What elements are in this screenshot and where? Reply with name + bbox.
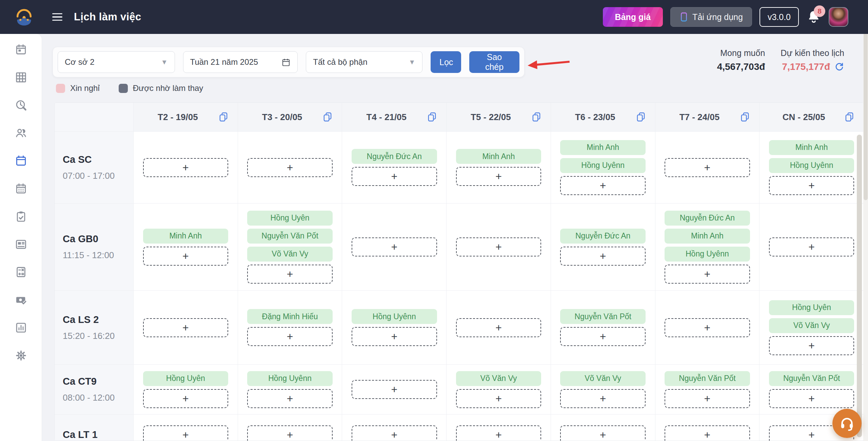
add-assignment-button[interactable]: + [665, 158, 750, 177]
add-assignment-button[interactable]: + [247, 425, 333, 441]
download-app-button[interactable]: Tải ứng dụng [670, 7, 752, 27]
sidebar-item-booking-calendar[interactable] [15, 43, 27, 56]
department-select-value: Tất cả bộ phận [313, 57, 367, 67]
add-assignment-button[interactable]: + [665, 265, 750, 284]
sidebar-item-tasks-clipboard[interactable] [15, 210, 27, 223]
week-picker-input[interactable]: Tuần 21 năm 2025 [183, 51, 298, 73]
copy-day-icon[interactable] [427, 112, 437, 122]
employee-chip[interactable]: Võ Văn Vy [456, 371, 541, 386]
sidebar-item-grid[interactable] [15, 71, 27, 83]
employee-chip[interactable]: Nguyễn Đức An [665, 211, 750, 226]
add-assignment-button[interactable]: + [456, 237, 541, 256]
add-assignment-button[interactable]: + [769, 176, 854, 195]
copy-day-icon[interactable] [635, 112, 646, 122]
add-assignment-button[interactable]: + [665, 389, 750, 408]
add-assignment-button[interactable]: + [456, 389, 541, 408]
add-assignment-button[interactable]: + [665, 318, 750, 337]
sidebar-item-payroll[interactable] [15, 294, 27, 306]
employee-chip[interactable]: Hồng Uyên [143, 371, 228, 386]
add-assignment-button[interactable]: + [456, 167, 541, 186]
employee-chip[interactable]: Nguyễn Văn Pốt [665, 371, 750, 386]
add-assignment-button[interactable]: + [560, 176, 646, 195]
sidebar-item-reports-chart[interactable] [15, 322, 27, 334]
day-column-header: T7 - 24/05 [655, 103, 760, 131]
employee-chip[interactable]: Hồng Uyênn [247, 371, 333, 386]
employee-chip[interactable]: Nguyễn Đức An [560, 229, 646, 244]
employee-chip[interactable]: Nguyễn Văn Pốt [247, 229, 333, 244]
pricing-button[interactable]: Bảng giá [603, 7, 663, 27]
employee-chip[interactable]: Hồng Uyênn [560, 158, 646, 173]
employee-chip[interactable]: Minh Anh [560, 140, 646, 155]
employee-chip[interactable]: Minh Anh [143, 229, 228, 244]
sidebar-item-news[interactable] [15, 238, 27, 250]
employee-chip[interactable]: Minh Anh [456, 149, 541, 164]
version-badge[interactable]: v3.0.0 [760, 7, 799, 27]
employee-chip[interactable]: Hồng Uyên [769, 300, 854, 315]
add-assignment-button[interactable]: + [143, 318, 228, 337]
add-assignment-button[interactable]: + [247, 389, 333, 408]
user-avatar[interactable] [829, 7, 848, 27]
copy-schedule-button[interactable]: Sao chép [469, 51, 519, 73]
support-button[interactable] [832, 409, 862, 438]
sidebar-item-calendar-dots[interactable] [15, 183, 27, 195]
add-assignment-button[interactable]: + [143, 425, 228, 441]
employee-chip[interactable]: Võ Văn Vy [769, 318, 854, 333]
sidebar-item-settings-gear[interactable] [15, 349, 27, 362]
employee-chip[interactable]: Đặng Minh Hiếu [247, 309, 333, 324]
menu-hamburger-icon[interactable] [52, 13, 62, 21]
sidebar-item-work-schedule[interactable] [15, 155, 27, 167]
shift-name: Ca LT 1 [63, 429, 98, 440]
add-assignment-button[interactable]: + [352, 327, 437, 346]
add-assignment-button[interactable]: + [247, 327, 333, 346]
sidebar-item-time-edit[interactable] [15, 99, 27, 111]
employee-chip[interactable]: Hồng Uyênn [769, 158, 854, 173]
employee-chip[interactable]: Minh Anh [769, 140, 854, 155]
add-assignment-button[interactable]: + [769, 237, 854, 256]
employee-chip[interactable]: Võ Văn Vy [247, 247, 333, 262]
facility-select[interactable]: Cơ sở 2 ▼ [58, 51, 175, 73]
grid-icon [15, 71, 27, 83]
add-assignment-button[interactable]: + [560, 327, 646, 346]
sidebar-item-calculator[interactable] [15, 266, 27, 278]
add-assignment-button[interactable]: + [352, 380, 437, 399]
copy-day-icon[interactable] [531, 112, 542, 122]
employee-chip[interactable]: Hồng Uyên [247, 211, 333, 226]
add-assignment-button[interactable]: + [352, 167, 437, 186]
employee-chip[interactable]: Nguyễn Văn Pốt [560, 309, 646, 324]
add-assignment-button[interactable]: + [769, 336, 854, 355]
add-assignment-button[interactable]: + [143, 389, 228, 408]
add-assignment-button[interactable]: + [456, 318, 541, 337]
copy-day-icon[interactable] [322, 112, 333, 122]
add-assignment-button[interactable]: + [769, 389, 854, 408]
copy-day-icon[interactable] [739, 112, 750, 122]
sidebar-item-users[interactable] [15, 127, 27, 139]
add-assignment-button[interactable]: + [247, 158, 333, 177]
add-assignment-button[interactable]: + [247, 265, 333, 284]
employee-chip[interactable]: Nguyễn Đức An [352, 149, 437, 164]
add-assignment-button[interactable]: + [560, 389, 646, 408]
refresh-icon[interactable] [834, 62, 844, 72]
schedule-cell: Nguyễn Văn Pốt+ [655, 365, 760, 414]
add-assignment-button[interactable]: + [143, 158, 228, 177]
notifications-bell-icon[interactable]: 8 [806, 9, 821, 25]
add-assignment-button[interactable]: + [560, 425, 646, 441]
window-scrollbar[interactable] [863, 19, 868, 441]
notification-count-badge: 8 [814, 5, 825, 17]
employee-chip[interactable]: Hồng Uyênn [352, 309, 437, 324]
filter-button[interactable]: Lọc [431, 51, 461, 73]
facility-select-value: Cơ sở 2 [65, 57, 95, 67]
employee-chip[interactable]: Nguyễn Văn Pốt [769, 371, 854, 386]
copy-day-icon[interactable] [218, 112, 229, 122]
employee-chip[interactable]: Minh Anh [665, 229, 750, 244]
add-assignment-button[interactable]: + [143, 247, 228, 266]
add-assignment-button[interactable]: + [352, 237, 437, 256]
add-assignment-button[interactable]: + [352, 425, 437, 441]
department-select[interactable]: Tất cả bộ phận ▼ [306, 51, 422, 73]
add-assignment-button[interactable]: + [665, 425, 750, 441]
add-assignment-button[interactable]: + [456, 425, 541, 441]
copy-day-icon[interactable] [844, 112, 855, 122]
table-scrollbar[interactable] [857, 133, 862, 439]
employee-chip[interactable]: Võ Văn Vy [560, 371, 646, 386]
add-assignment-button[interactable]: + [560, 247, 646, 266]
employee-chip[interactable]: Hồng Uyênn [665, 247, 750, 262]
